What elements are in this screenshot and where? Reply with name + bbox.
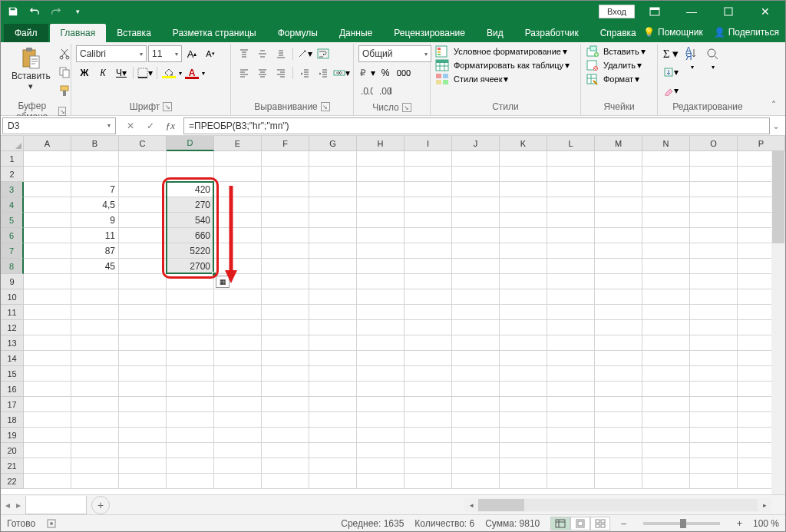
cell[interactable] [452, 320, 500, 335]
cell[interactable] [595, 289, 642, 305]
cell[interactable] [595, 443, 642, 458]
cell[interactable] [690, 412, 738, 428]
column-header[interactable]: D [167, 136, 214, 151]
cell[interactable] [500, 443, 547, 458]
number-dlg-icon[interactable]: ↘ [402, 103, 411, 112]
cell[interactable] [71, 274, 119, 289]
cell[interactable] [642, 243, 690, 259]
comma-format-icon[interactable]: 000 [395, 64, 412, 81]
align-bottom-icon[interactable] [272, 45, 289, 62]
cell[interactable] [452, 197, 500, 213]
cell[interactable] [500, 243, 547, 259]
cell[interactable] [500, 305, 547, 320]
cell[interactable] [24, 443, 71, 458]
column-header[interactable]: I [405, 136, 452, 151]
row-header[interactable]: 12 [1, 320, 24, 335]
tab-home[interactable]: Главная [50, 24, 107, 42]
cell[interactable] [595, 259, 642, 274]
cell[interactable] [595, 197, 642, 213]
view-page-break-icon[interactable] [590, 517, 610, 530]
tell-me-button[interactable]: 💡Помощник [643, 27, 703, 38]
cell[interactable] [71, 382, 119, 397]
cell[interactable] [405, 213, 452, 228]
cell[interactable] [595, 274, 642, 289]
collapse-ribbon-icon[interactable]: ˄ [767, 98, 781, 112]
column-header[interactable]: J [452, 136, 500, 151]
font-name-combo[interactable]: Calibri▾ [76, 45, 147, 62]
cell[interactable] [595, 412, 642, 428]
sheet-tab[interactable] [25, 496, 87, 514]
cell[interactable] [24, 351, 71, 366]
cell[interactable] [595, 351, 642, 366]
cell[interactable] [642, 397, 690, 412]
tab-insert[interactable]: Вставка [106, 24, 162, 42]
cell[interactable] [167, 289, 214, 305]
tab-data[interactable]: Данные [329, 24, 383, 42]
cell[interactable] [214, 197, 262, 213]
cell[interactable] [452, 259, 500, 274]
cell[interactable] [405, 443, 452, 458]
cell[interactable] [500, 412, 547, 428]
cell[interactable] [690, 366, 738, 382]
cell[interactable] [71, 412, 119, 428]
row-header[interactable]: 13 [1, 335, 24, 351]
cell[interactable] [405, 305, 452, 320]
cell[interactable] [547, 151, 595, 167]
cell[interactable] [595, 243, 642, 259]
cell[interactable] [690, 167, 738, 182]
cell[interactable]: 9 [71, 213, 119, 228]
cell[interactable] [452, 458, 500, 474]
cell[interactable] [642, 351, 690, 366]
cell[interactable] [214, 182, 262, 197]
cell[interactable] [309, 382, 357, 397]
column-header[interactable]: C [119, 136, 167, 151]
cell[interactable] [595, 167, 642, 182]
autofill-options-button[interactable]: ▦ [216, 276, 230, 288]
cell[interactable] [167, 274, 214, 289]
cell[interactable] [642, 167, 690, 182]
cell[interactable] [405, 366, 452, 382]
row-header[interactable]: 5 [1, 213, 24, 228]
cell[interactable] [452, 412, 500, 428]
cell[interactable] [214, 335, 262, 351]
column-header[interactable]: L [547, 136, 595, 151]
cell[interactable] [71, 458, 119, 474]
cell[interactable] [452, 443, 500, 458]
zoom-out-button[interactable]: – [621, 518, 626, 529]
bold-button[interactable]: Ж [76, 64, 93, 81]
cell[interactable] [500, 458, 547, 474]
cell[interactable] [309, 289, 357, 305]
cell[interactable] [642, 443, 690, 458]
cell[interactable] [119, 197, 167, 213]
vertical-scrollbar[interactable] [771, 151, 785, 494]
cell[interactable] [214, 228, 262, 243]
cell[interactable] [642, 382, 690, 397]
column-header[interactable]: K [500, 136, 547, 151]
cell[interactable] [214, 259, 262, 274]
cell[interactable] [595, 366, 642, 382]
cell[interactable] [71, 151, 119, 167]
underline-button[interactable]: Ч ▾ [113, 64, 130, 81]
insert-cells-button[interactable]: Вставить ▾ [586, 45, 646, 58]
cell[interactable] [24, 259, 71, 274]
cell[interactable] [452, 474, 500, 489]
cell[interactable] [262, 167, 309, 182]
cell[interactable] [119, 243, 167, 259]
cell[interactable] [405, 228, 452, 243]
cell[interactable] [405, 335, 452, 351]
cell[interactable] [405, 151, 452, 167]
cell[interactable] [71, 474, 119, 489]
cell[interactable] [167, 366, 214, 382]
cell[interactable] [547, 382, 595, 397]
cell[interactable] [119, 335, 167, 351]
cell[interactable] [357, 197, 405, 213]
cell[interactable] [262, 474, 309, 489]
cell[interactable] [119, 305, 167, 320]
cell[interactable] [595, 305, 642, 320]
cell[interactable] [690, 382, 738, 397]
cell[interactable] [309, 274, 357, 289]
cell[interactable] [309, 366, 357, 382]
cell[interactable] [262, 412, 309, 428]
cell[interactable] [71, 428, 119, 443]
row-header[interactable]: 4 [1, 197, 24, 213]
